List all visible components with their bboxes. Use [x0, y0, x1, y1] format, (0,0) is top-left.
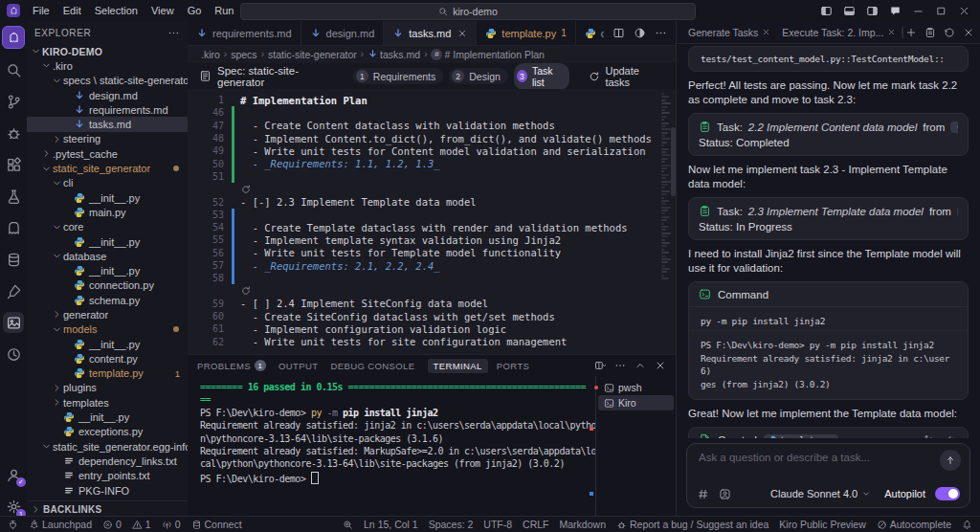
tree-item-.pytest_cache[interactable]: .pytest_cache	[27, 146, 188, 161]
tree-item-requirements.md[interactable]: requirements.md	[27, 102, 188, 117]
status-bell[interactable]	[962, 520, 972, 530]
status-utf-8[interactable]: UTF-8	[483, 519, 512, 530]
terminal-session-kiro[interactable]: Kiro	[598, 395, 674, 410]
breadcrumb-item[interactable]: ## Implementation Plan	[431, 49, 544, 60]
activity-kiro-chat[interactable]	[3, 217, 24, 238]
activity-timeline[interactable]	[3, 344, 24, 365]
layout-sidebar-left-icon[interactable]	[820, 5, 833, 17]
layout-panel-icon[interactable]	[843, 5, 856, 17]
code-line[interactable]	[188, 284, 658, 297]
layout-sidebar-right-icon[interactable]	[866, 5, 879, 17]
spec-step-task-list[interactable]: 3Task list	[514, 63, 570, 90]
maximize-icon[interactable]	[935, 5, 947, 17]
code-line[interactable]: 51	[188, 170, 658, 183]
close-chat-icon[interactable]	[963, 27, 974, 38]
panel-tab-ports[interactable]: PORTS	[497, 361, 530, 371]
tree-item-database[interactable]: database	[27, 249, 188, 263]
tree-item-tasks.md[interactable]: tasks.md	[27, 117, 188, 131]
chat-tab-execute-task-2-imp-[interactable]: Execute Task: 2. Imp...	[776, 25, 902, 40]
tree-item-core[interactable]: core	[27, 220, 188, 234]
tab-requirements.md[interactable]: requirements.md	[188, 21, 301, 45]
tree-item-kiro-demo[interactable]: KIRO-DEMO	[27, 44, 188, 58]
more-actions-icon[interactable]	[655, 27, 667, 39]
tree-item-__init__.py[interactable]: __init__.py	[27, 190, 188, 205]
context-hash-icon[interactable]	[697, 488, 709, 500]
panel-tab-output[interactable]: OUTPUT	[278, 361, 318, 371]
breadcrumb-item[interactable]: .kiro	[201, 49, 220, 60]
status-launchpad[interactable]: Launchpad	[29, 519, 92, 530]
breadcrumb-item[interactable]: static-site-generator	[268, 49, 357, 60]
panel-close-icon[interactable]	[655, 360, 666, 371]
code-line[interactable]: 58	[188, 272, 658, 284]
command-search-box[interactable]: kiro-demo	[240, 3, 696, 20]
status-autocomplete[interactable]: Autocomplete	[877, 519, 951, 530]
tree-item-static_site_generator.egg-info[interactable]: static_site_generator.egg-info	[27, 439, 188, 454]
history-icon[interactable]	[944, 27, 955, 38]
status-zoomplus[interactable]	[343, 520, 353, 530]
tab-tasks.md[interactable]: tasks.md	[384, 21, 477, 45]
new-chat-icon[interactable]	[905, 27, 917, 38]
tree-item-generator[interactable]: generator	[27, 307, 188, 321]
close-window-icon[interactable]	[958, 5, 970, 17]
code-line[interactable]: 48 - Implement Content.to_dict(), from_d…	[188, 132, 658, 144]
code-line[interactable]: 62 - Write unit tests for site configura…	[188, 336, 658, 348]
spec-step-requirements[interactable]: 1Requirements	[353, 68, 443, 84]
spec-step-design[interactable]: 2Design	[449, 68, 508, 84]
split-terminal-icon[interactable]	[594, 360, 606, 371]
status-0[interactable]: 0	[162, 519, 181, 530]
panel-maximize-icon[interactable]	[635, 360, 646, 371]
activity-database[interactable]	[3, 249, 24, 270]
activity-source-control[interactable]	[3, 91, 24, 112]
code-line[interactable]: 47 - Create Content dataclass with valid…	[188, 120, 658, 132]
tree-item-__init__.py[interactable]: __init__.py	[27, 410, 188, 424]
tree-item-.kiro[interactable]: .kiro	[27, 58, 188, 73]
code-line[interactable]: 59- [ ] 2.4 Implement SiteConfig data mo…	[188, 298, 658, 310]
tree-item-connection.py[interactable]: connection.py	[27, 278, 188, 293]
code-line[interactable]: 49 - Write unit tests for Content model …	[188, 144, 658, 157]
tree-item-template.py[interactable]: template.py1	[27, 366, 188, 381]
layout-toggle-icon[interactable]	[634, 27, 646, 39]
panel-more-icon[interactable]	[614, 360, 626, 371]
tree-item-entry_points.txt[interactable]: entry_points.txt	[27, 469, 188, 483]
tree-item-steering[interactable]: steering	[27, 132, 188, 146]
minimize-icon[interactable]	[912, 5, 924, 17]
tab-design.md[interactable]: design.md	[301, 21, 385, 45]
breadcrumb-item[interactable]: specs	[231, 49, 256, 60]
file-chip[interactable]: tasks.md	[957, 206, 958, 217]
status-crlf[interactable]: CRLF	[523, 519, 548, 530]
send-button[interactable]	[940, 450, 961, 471]
tree-item-plugins[interactable]: plugins	[27, 381, 188, 395]
status-markdown[interactable]: Markdown	[560, 519, 606, 530]
chat-tab-generate-tasks[interactable]: Generate Tasks	[682, 25, 776, 40]
activity-settings[interactable]: 1	[3, 496, 24, 517]
status-spaces-2[interactable]: Spaces: 2	[429, 519, 474, 530]
activity-extensions[interactable]	[3, 154, 24, 175]
tree-item-templates[interactable]: templates	[27, 395, 188, 410]
code-line[interactable]: 46	[188, 106, 658, 119]
activity-tools[interactable]	[3, 280, 24, 301]
tree-item-dependency_links.txt[interactable]: dependency_links.txt	[27, 454, 188, 468]
task-list-icon[interactable]	[924, 27, 936, 38]
activity-search[interactable]	[3, 59, 24, 80]
status-ln-15-col-1[interactable]: Ln 15, Col 1	[364, 519, 418, 530]
tree-item-__init__.py[interactable]: __init__.py	[27, 263, 188, 277]
split-editor-icon[interactable]	[612, 27, 625, 39]
menu-view[interactable]: View	[145, 0, 181, 21]
status-1[interactable]: 1	[132, 519, 151, 530]
status-0[interactable]: 0	[102, 519, 122, 530]
file-chip[interactable]: tasks.md	[950, 122, 958, 133]
status-kiro-public-preview[interactable]: Kiro Public Preview	[779, 519, 865, 530]
code-line[interactable]: 50 - _Requirements: 1.1, 1.2, 1.3_	[188, 157, 658, 169]
tree-item-static_site_generator[interactable]: static_site_generator	[27, 161, 188, 175]
update-tasks-button[interactable]: Update tasks	[589, 65, 664, 88]
tree-item-design.md[interactable]: design.md	[27, 88, 188, 102]
autopilot-toggle[interactable]	[935, 487, 960, 500]
activity-media[interactable]	[3, 312, 24, 333]
activity-kiro-home[interactable]	[2, 26, 25, 49]
menu-run[interactable]: Run	[208, 0, 240, 21]
chat-bubble-icon[interactable]	[889, 5, 902, 17]
code-line[interactable]: 56 - Write unit tests for Template model…	[188, 247, 658, 259]
menu-go[interactable]: Go	[181, 0, 209, 21]
status-connect[interactable]: Connect	[191, 519, 242, 530]
backlinks-section[interactable]: BACKLINKS	[27, 500, 188, 517]
